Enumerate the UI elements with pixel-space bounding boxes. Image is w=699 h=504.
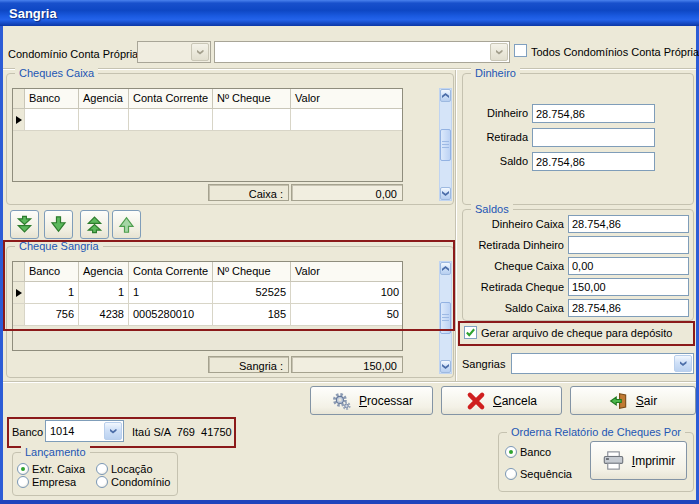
current-row-marker-icon [16, 116, 22, 124]
cell-valor: 100 [291, 282, 403, 303]
exit-door-icon [609, 392, 629, 410]
imprimir-button[interactable]: Imprimir [590, 441, 687, 480]
sangria-total-label-box: Sangria : [208, 356, 289, 373]
banco-combo[interactable]: 1014 [45, 420, 124, 442]
gerar-arquivo-checkbox[interactable] [464, 326, 477, 339]
row-selector-header [13, 89, 25, 108]
move-all-down-button[interactable] [10, 210, 39, 239]
radio-ordena-sequencia-label[interactable]: Sequência [520, 468, 572, 480]
cancela-button[interactable]: Cancela [441, 386, 562, 415]
current-row-marker-icon [16, 289, 22, 297]
chevron-down-icon [496, 50, 503, 55]
scrollbar-thumb[interactable] [440, 302, 451, 334]
retirada-label: Retirada [462, 131, 528, 143]
column-header-agencia[interactable]: Agencia [79, 262, 129, 281]
scroll-down-button[interactable] [440, 187, 451, 200]
scroll-up-button[interactable] [440, 262, 451, 275]
column-header-banco[interactable]: Banco [25, 262, 79, 281]
double-down-arrow-icon [15, 215, 34, 234]
cheques-caixa-grid[interactable]: Banco Agencia Conta Corrente Nº Cheque V… [12, 88, 403, 182]
column-header-numero-cheque[interactable]: Nº Cheque [213, 262, 291, 281]
dinheiro-caixa-field[interactable] [568, 215, 689, 233]
sangria-window: Sangria Condomínio Conta Própria Todos C… [0, 0, 699, 504]
cell-numero-cheque [213, 109, 291, 130]
banco-descricao-text: Itaú S/A 769 41750 [132, 426, 232, 438]
retirada-cheque-field[interactable] [568, 278, 689, 296]
processar-button[interactable]: Processar [310, 386, 433, 415]
todos-condominios-checkbox[interactable] [514, 44, 527, 57]
title-bar: Sangria [0, 0, 699, 26]
cell-conta-corrente: 1 [129, 282, 213, 303]
thumb-grip-icon [442, 141, 449, 149]
cheque-sangria-scrollbar[interactable] [439, 261, 452, 374]
move-one-up-button[interactable] [112, 210, 141, 239]
table-row[interactable] [13, 109, 402, 131]
cell-numero-cheque: 52525 [213, 282, 291, 303]
radio-extr-caixa[interactable] [17, 463, 29, 475]
column-header-numero-cheque[interactable]: Nº Cheque [213, 89, 291, 108]
radio-ordena-banco[interactable] [505, 446, 517, 458]
dropdown-button[interactable] [490, 43, 508, 61]
banco-label: Banco [12, 426, 43, 438]
scrollbar-track[interactable] [440, 102, 451, 187]
todos-condominios-label: Todos Condomínios Conta Própria [531, 46, 699, 58]
cheque-sangria-grid[interactable]: Banco Agencia Conta Corrente Nº Cheque V… [12, 261, 403, 351]
chevron-up-icon [442, 266, 449, 271]
table-row[interactable]: 756 4238 0005280010 185 50 [13, 304, 402, 326]
radio-ordena-sequencia[interactable] [505, 468, 517, 480]
column-header-conta-corrente[interactable]: Conta Corrente [129, 262, 213, 281]
cell-conta-corrente: 0005280010 [129, 304, 213, 325]
row-selector-cell [13, 282, 25, 303]
saldo-caixa-label: Saldo Caixa [462, 302, 564, 314]
move-all-up-button[interactable] [80, 210, 109, 239]
processar-label: Processar [359, 394, 413, 408]
radio-ordena-banco-label[interactable]: Banco [520, 446, 551, 458]
grid-header-row: Banco Agencia Conta Corrente Nº Cheque V… [13, 262, 402, 282]
chevron-up-icon [442, 93, 449, 98]
gears-icon [330, 391, 352, 411]
row-selector-cell [13, 109, 25, 130]
radio-locacao-label[interactable]: Locação [111, 463, 153, 475]
saldo-caixa-field[interactable] [568, 299, 689, 317]
condominio-name-combo[interactable] [214, 41, 510, 63]
cheque-caixa-field[interactable] [568, 257, 689, 275]
column-header-conta-corrente[interactable]: Conta Corrente [129, 89, 213, 108]
cell-valor [291, 109, 403, 130]
column-header-valor[interactable]: Valor [291, 89, 403, 108]
red-x-icon [466, 391, 486, 411]
dropdown-button[interactable] [674, 355, 692, 372]
saldo-field[interactable] [532, 152, 655, 171]
scroll-up-button[interactable] [440, 89, 451, 102]
retirada-dinheiro-field[interactable] [568, 236, 689, 254]
thumb-grip-icon [442, 314, 449, 322]
check-icon [465, 327, 476, 338]
dinheiro-group-title: Dinheiro [471, 67, 520, 79]
scroll-down-button[interactable] [440, 360, 451, 373]
down-arrow-icon [49, 215, 68, 234]
dropdown-button[interactable] [191, 43, 209, 61]
retirada-field[interactable] [532, 128, 655, 147]
move-one-down-button[interactable] [44, 210, 73, 239]
scrollbar-track[interactable] [440, 275, 451, 360]
dropdown-button[interactable] [104, 422, 122, 440]
radio-extr-caixa-label[interactable]: Extr. Caixa [32, 463, 85, 475]
divider [3, 68, 696, 70]
radio-empresa[interactable] [17, 476, 29, 488]
dinheiro-field[interactable] [532, 104, 655, 123]
radio-condominio[interactable] [96, 476, 108, 488]
scrollbar-thumb[interactable] [440, 129, 451, 161]
lancamento-group-title: Lançamento [21, 446, 90, 458]
table-row[interactable]: 1 1 1 52525 100 [13, 282, 402, 304]
column-header-banco[interactable]: Banco [25, 89, 79, 108]
column-header-agencia[interactable]: Agencia [79, 89, 129, 108]
radio-condominio-label[interactable]: Condomínio [111, 476, 170, 488]
sair-button[interactable]: Sair [570, 386, 696, 415]
ordena-relatorio-group-title: Orderna Relatório de Cheques Por [507, 426, 685, 438]
chevron-down-icon [442, 364, 449, 369]
sangrias-combo[interactable] [511, 353, 694, 374]
condominio-code-combo[interactable] [137, 41, 211, 63]
column-header-valor[interactable]: Valor [291, 262, 403, 281]
radio-locacao[interactable] [96, 463, 108, 475]
cheques-caixa-scrollbar[interactable] [439, 88, 452, 201]
radio-empresa-label[interactable]: Empresa [32, 476, 76, 488]
